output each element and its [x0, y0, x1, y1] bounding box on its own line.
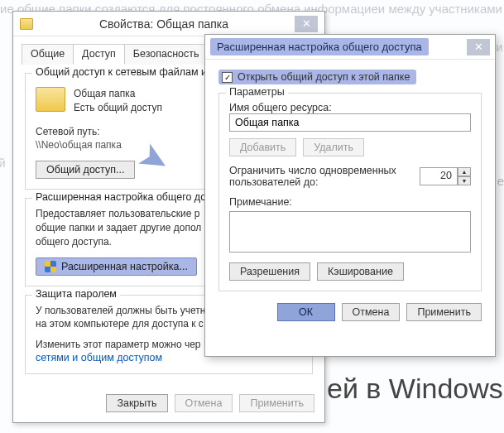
bg-heading: ей в Windows д — [327, 373, 504, 405]
folder-info: Общая папка Есть общий доступ — [74, 87, 162, 115]
check-icon: ✓ — [222, 72, 233, 83]
delete-button[interactable]: Удалить — [303, 138, 364, 156]
bg-text: е — [497, 174, 504, 188]
shield-icon — [45, 261, 56, 272]
folder-icon — [36, 87, 65, 112]
caching-button[interactable]: Кэширование — [317, 262, 404, 281]
tab-sharing[interactable]: Доступ — [73, 44, 125, 65]
note-textarea[interactable] — [229, 211, 471, 253]
resource-name-label: Имя общего ресурса: — [229, 102, 471, 113]
limit-value[interactable]: 20 — [420, 167, 458, 185]
button-label: Расширенная настройка... — [61, 261, 188, 272]
permissions-button[interactable]: Разрешения — [229, 262, 310, 281]
cancel-button[interactable]: Отмена — [175, 394, 233, 412]
close-icon[interactable]: ✕ — [295, 16, 318, 32]
group-title: Общий доступ к сетевым файлам и — [32, 66, 210, 78]
group-title: Защита паролем — [32, 288, 120, 300]
titlebar[interactable]: Расширенная настройка общего доступа ✕ — [205, 35, 495, 60]
window-title: Свойства: Общая папка — [40, 17, 288, 31]
titlebar[interactable]: Свойства: Общая папка ✕ — [13, 12, 324, 36]
limit-spinner[interactable]: 20 ▲ ▼ — [420, 167, 471, 185]
resource-name-input[interactable] — [229, 113, 471, 132]
open-share-checkbox[interactable]: ✓ Открыть общий доступ к этой папке — [218, 70, 416, 84]
add-button[interactable]: Добавить — [229, 138, 296, 156]
window-title: Расширенная настройка общего доступа — [210, 38, 429, 55]
limit-label: Ограничить число одновременных пользоват… — [229, 165, 396, 188]
bg-text: ай — [0, 156, 6, 170]
folder-status: Есть общий доступ — [74, 101, 162, 115]
close-icon[interactable]: ✕ — [467, 39, 490, 55]
folder-name: Общая папка — [74, 87, 162, 101]
ok-button[interactable]: ОК — [277, 303, 335, 321]
fieldset-legend: Параметры — [226, 86, 288, 98]
share-button[interactable]: Общий доступ... — [36, 161, 135, 179]
cancel-button[interactable]: Отмена — [342, 303, 401, 321]
dialog-buttons: Закрыть Отмена Применить — [13, 387, 324, 419]
advanced-settings-button[interactable]: Расширенная настройка... — [36, 257, 197, 276]
spinner-up-icon[interactable]: ▲ — [458, 167, 471, 176]
note-label: Примечание: — [229, 196, 471, 208]
tab-general[interactable]: Общие — [22, 44, 74, 65]
apply-button[interactable]: Применить — [406, 303, 482, 321]
advanced-sharing-dialog: Расширенная настройка общего доступа ✕ ✓… — [204, 34, 496, 357]
limit-label-line: пользователей до: — [229, 176, 396, 188]
folder-icon — [20, 18, 33, 30]
limit-label-line: Ограничить число одновременных — [229, 165, 396, 176]
group-title: Расширенная настройка общего до — [32, 191, 209, 203]
spinner-down-icon[interactable]: ▼ — [458, 176, 471, 185]
checkbox-label: Открыть общий доступ к этой папке — [238, 71, 410, 83]
close-button[interactable]: Закрыть — [106, 394, 167, 412]
parameters-fieldset: Параметры Имя общего ресурса: Добавить У… — [218, 93, 482, 291]
apply-button[interactable]: Применить — [239, 394, 314, 412]
tab-security[interactable]: Безопасность — [124, 44, 209, 65]
